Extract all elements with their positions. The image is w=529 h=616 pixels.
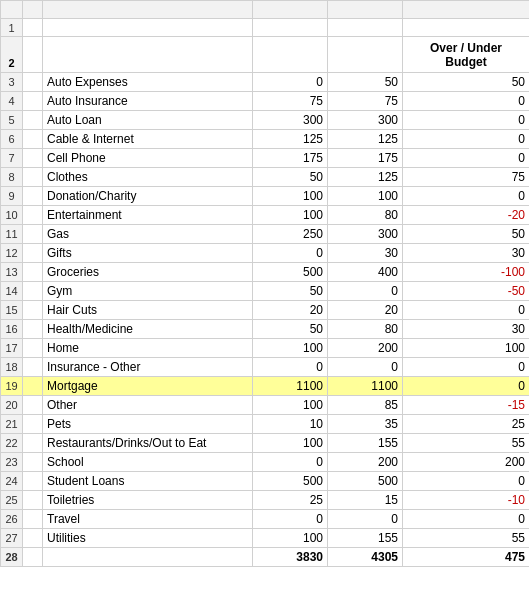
cell-c14: 50 <box>253 282 328 301</box>
row-14: 14Gym500-50 <box>1 282 530 301</box>
cell-c28: 3830 <box>253 548 328 567</box>
row-25: 25Toiletries2515-10 <box>1 491 530 510</box>
cell-a17 <box>23 339 43 358</box>
cell-c6: 125 <box>253 130 328 149</box>
cell-e6: 0 <box>403 130 530 149</box>
cell-e17: 100 <box>403 339 530 358</box>
cell-b18: Insurance - Other <box>43 358 253 377</box>
row-20: 20Other10085-15 <box>1 396 530 415</box>
cell-d10: 80 <box>328 206 403 225</box>
cell-c7: 175 <box>253 149 328 168</box>
row-num-14: 14 <box>1 282 23 301</box>
cell-e7: 0 <box>403 149 530 168</box>
cell-c21: 10 <box>253 415 328 434</box>
cell-c15: 20 <box>253 301 328 320</box>
row-22: 22Restaurants/Drinks/Out to Eat10015555 <box>1 434 530 453</box>
cell-b20: Other <box>43 396 253 415</box>
cell-b14: Gym <box>43 282 253 301</box>
cell-e21: 25 <box>403 415 530 434</box>
cell-c1 <box>253 19 328 37</box>
row-13: 13Groceries500400-100 <box>1 263 530 282</box>
cell-b7: Cell Phone <box>43 149 253 168</box>
row-9: 9Donation/Charity1001000 <box>1 187 530 206</box>
cell-a20 <box>23 396 43 415</box>
cell-a3 <box>23 73 43 92</box>
cell-c9: 100 <box>253 187 328 206</box>
cell-b1 <box>43 19 253 37</box>
cell-c19: 1100 <box>253 377 328 396</box>
cell-d2-header <box>328 37 403 73</box>
row-num-26: 26 <box>1 510 23 529</box>
row-21: 21Pets103525 <box>1 415 530 434</box>
spreadsheet: 1 2 Over / UnderBudget 3Auto Expenses050… <box>0 0 529 567</box>
cell-e23: 200 <box>403 453 530 472</box>
cell-b24: Student Loans <box>43 472 253 491</box>
cell-e15: 0 <box>403 301 530 320</box>
cell-b27: Utilities <box>43 529 253 548</box>
cell-a18 <box>23 358 43 377</box>
cell-a27 <box>23 529 43 548</box>
cell-e3: 50 <box>403 73 530 92</box>
row-12: 12Gifts03030 <box>1 244 530 263</box>
row-num-11: 11 <box>1 225 23 244</box>
cell-b16: Health/Medicine <box>43 320 253 339</box>
row-11: 11Gas25030050 <box>1 225 530 244</box>
corner-cell <box>1 1 23 19</box>
row-2-header: 2 Over / UnderBudget <box>1 37 530 73</box>
row-num-19: 19 <box>1 377 23 396</box>
cell-d6: 125 <box>328 130 403 149</box>
cell-a28 <box>23 548 43 567</box>
cell-c3: 0 <box>253 73 328 92</box>
row-num-24: 24 <box>1 472 23 491</box>
cell-b4: Auto Insurance <box>43 92 253 111</box>
cell-e13: -100 <box>403 263 530 282</box>
cell-b28 <box>43 548 253 567</box>
cell-e9: 0 <box>403 187 530 206</box>
cell-d21: 35 <box>328 415 403 434</box>
row-23: 23School0200200 <box>1 453 530 472</box>
cell-b12: Gifts <box>43 244 253 263</box>
column-header-row <box>1 1 530 19</box>
cell-d27: 155 <box>328 529 403 548</box>
cell-d3: 50 <box>328 73 403 92</box>
col-a-header <box>23 1 43 19</box>
cell-a4 <box>23 92 43 111</box>
cell-b9: Donation/Charity <box>43 187 253 206</box>
cell-c25: 25 <box>253 491 328 510</box>
cell-e19: 0 <box>403 377 530 396</box>
cell-d5: 300 <box>328 111 403 130</box>
cell-b22: Restaurants/Drinks/Out to Eat <box>43 434 253 453</box>
row-6: 6Cable & Internet1251250 <box>1 130 530 149</box>
cell-e25: -10 <box>403 491 530 510</box>
cell-d9: 100 <box>328 187 403 206</box>
row-4: 4Auto Insurance75750 <box>1 92 530 111</box>
row-num-8: 8 <box>1 168 23 187</box>
row-1: 1 <box>1 19 530 37</box>
cell-d20: 85 <box>328 396 403 415</box>
cell-d18: 0 <box>328 358 403 377</box>
cell-a26 <box>23 510 43 529</box>
cell-b6: Cable & Internet <box>43 130 253 149</box>
cell-e8: 75 <box>403 168 530 187</box>
cell-c4: 75 <box>253 92 328 111</box>
row-num-18: 18 <box>1 358 23 377</box>
row-num-20: 20 <box>1 396 23 415</box>
cell-c11: 250 <box>253 225 328 244</box>
row-num-12: 12 <box>1 244 23 263</box>
cell-a14 <box>23 282 43 301</box>
cell-b2 <box>43 37 253 73</box>
row-16: 16Health/Medicine508030 <box>1 320 530 339</box>
col-e-header <box>403 1 530 19</box>
cell-a19 <box>23 377 43 396</box>
cell-a13 <box>23 263 43 282</box>
row-26: 26Travel000 <box>1 510 530 529</box>
row-num-9: 9 <box>1 187 23 206</box>
cell-d17: 200 <box>328 339 403 358</box>
row-27: 27Utilities10015555 <box>1 529 530 548</box>
cell-a8 <box>23 168 43 187</box>
row-num-6: 6 <box>1 130 23 149</box>
cell-e28: 475 <box>403 548 530 567</box>
row-8: 8Clothes5012575 <box>1 168 530 187</box>
cell-c16: 50 <box>253 320 328 339</box>
col-b-header <box>43 1 253 19</box>
